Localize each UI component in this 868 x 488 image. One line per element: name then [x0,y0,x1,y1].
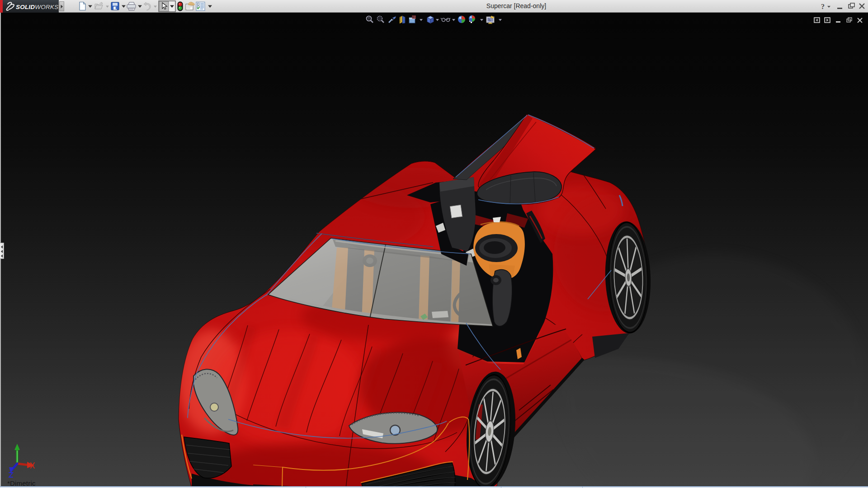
svg-text:?: ? [821,3,825,10]
svg-text:SOLIDWORKS: SOLIDWORKS [16,4,58,10]
